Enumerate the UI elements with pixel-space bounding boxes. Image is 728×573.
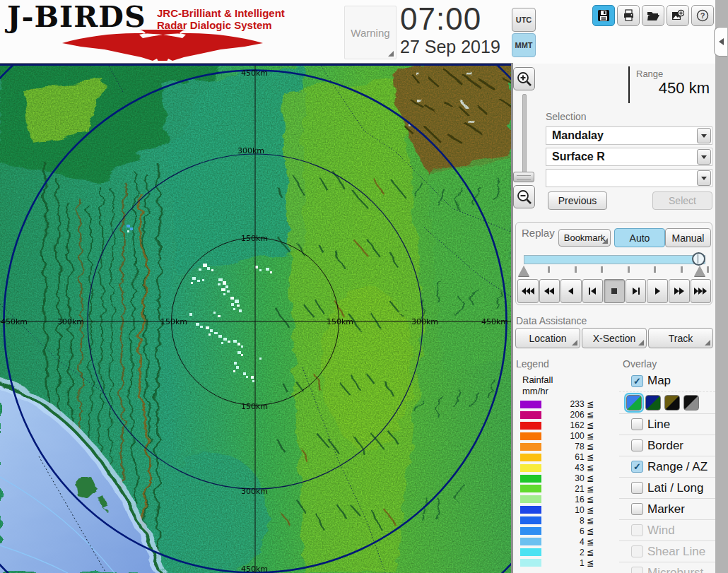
play-button[interactable]: [647, 279, 668, 303]
location-button[interactable]: Location: [515, 328, 580, 348]
timezone-utc-button[interactable]: UTC: [512, 8, 536, 32]
track-button[interactable]: Track: [648, 328, 713, 348]
dropdown-button[interactable]: [697, 149, 711, 165]
legend-row: 233 ≦: [520, 399, 594, 410]
shear-line-checkbox[interactable]: [631, 545, 643, 557]
timeline-start-marker[interactable]: [518, 266, 529, 276]
stop-button[interactable]: [604, 279, 625, 303]
radar-map-canvas[interactable]: 450km300km150km150km300km450km450km300km…: [0, 64, 511, 573]
print-icon: [622, 9, 635, 22]
border-checkbox[interactable]: [631, 439, 643, 451]
legend-threshold: 2 ≦: [541, 548, 594, 557]
svg-text:450km: 450km: [1, 317, 28, 326]
triple-left-icon: [521, 287, 535, 295]
marker-checkbox[interactable]: [631, 503, 643, 515]
single-right-icon: [650, 287, 664, 295]
overlay-options: ✓MapLineBorder✓Range / AZLati / LongMark…: [619, 370, 715, 573]
manual-mode-button[interactable]: Manual: [665, 228, 711, 247]
legend-threshold: 162 ≦: [541, 420, 594, 430]
overlay-item-range-az: ✓Range / AZ: [619, 456, 715, 477]
legend-color-swatch: [520, 475, 541, 483]
selection-dropdown-1[interactable]: Mandalay: [546, 126, 712, 145]
app-logo-tagline: JRC-Brilliant & Intelligent Radar Dialog…: [157, 7, 285, 31]
map-zoom-control: [513, 67, 536, 210]
legend-threshold: 6 ≦: [541, 526, 594, 536]
zoom-in-button[interactable]: [513, 67, 535, 90]
selection-dropdown-3[interactable]: [546, 169, 712, 187]
auto-mode-button[interactable]: Auto: [614, 228, 665, 247]
add-image-button[interactable]: [667, 5, 689, 26]
chevron-down-icon: [701, 134, 707, 138]
legend-color-swatch: [520, 506, 541, 514]
triple-right-icon: [693, 287, 708, 295]
eagle-logo-icon: [4, 28, 273, 61]
warning-button[interactable]: Warning: [344, 6, 397, 59]
selection-dropdown-2[interactable]: Surface R: [546, 148, 712, 166]
dropdown-button[interactable]: [697, 128, 711, 143]
playback-controls: [517, 279, 711, 303]
help-button[interactable]: ?: [691, 5, 714, 26]
collapse-panel-button[interactable]: [714, 27, 727, 57]
toolbar-separator: [0, 63, 513, 64]
play-reverse-button[interactable]: [560, 279, 582, 303]
map-style-row: [619, 391, 715, 413]
svg-text:300km: 300km: [237, 146, 264, 155]
lati-long-checkbox[interactable]: [631, 482, 643, 494]
zoom-slider-track[interactable]: [522, 94, 527, 182]
legend-row: 4 ≦: [520, 536, 594, 547]
open-folder-icon: [647, 9, 659, 22]
bookmark-button[interactable]: Bookmark: [558, 229, 611, 247]
line-checkbox[interactable]: [631, 418, 643, 430]
overlay-item-label: Range / AZ: [647, 460, 708, 474]
map-checkbox[interactable]: ✓: [631, 375, 643, 387]
radar-map[interactable]: 450km300km150km150km300km450km450km300km…: [0, 64, 511, 573]
overlay-item-label: Wind: [647, 524, 675, 538]
map-style-swatch-2[interactable]: [645, 395, 661, 410]
select-button[interactable]: Select: [652, 191, 712, 210]
timeline-end-marker[interactable]: [694, 266, 705, 276]
fast-rewind-button[interactable]: [517, 279, 539, 303]
step-to-start-button[interactable]: [582, 279, 604, 303]
fast-forward-button[interactable]: [669, 279, 690, 303]
timezone-mmt-button[interactable]: MMT: [512, 33, 536, 57]
overlay-item-label: Lati / Long: [647, 481, 703, 495]
timezone-toggle: UTCMMT: [512, 8, 536, 59]
legend-color-swatch: [520, 432, 541, 440]
open-folder-button[interactable]: [642, 5, 664, 26]
fastest-forward-button[interactable]: [691, 279, 712, 303]
print-button[interactable]: [617, 5, 640, 26]
chevron-down-icon: [701, 155, 707, 159]
range-az-checkbox[interactable]: ✓: [631, 461, 643, 473]
replay-timeline-handle[interactable]: [692, 252, 705, 266]
rewind-button[interactable]: [539, 279, 560, 303]
timeline-tick: [601, 266, 603, 273]
clock-time: 07:00: [400, 1, 481, 37]
overlay-item-wind: Wind: [619, 519, 715, 540]
chevron-down-icon: [701, 177, 707, 180]
previous-button[interactable]: Previous: [548, 191, 607, 210]
replay-label: Replay: [522, 227, 555, 239]
overlay-item-lati-long: Lati / Long: [619, 477, 715, 498]
legend-threshold: 10 ≦: [541, 505, 594, 515]
wind-checkbox[interactable]: [631, 524, 643, 536]
zoom-slider-thumb[interactable]: [513, 172, 534, 182]
overlay-item-line: Line: [619, 413, 715, 435]
microburst-checkbox[interactable]: [631, 567, 643, 573]
bar-left-icon: [585, 287, 599, 295]
dropdown-button[interactable]: [697, 170, 711, 186]
step-to-end-button[interactable]: [626, 279, 647, 303]
x-section-button[interactable]: X-Section: [582, 328, 647, 348]
replay-timeline-track[interactable]: [524, 255, 705, 264]
overlay-item-border: Border: [619, 435, 715, 456]
map-style-swatch-4[interactable]: [683, 395, 699, 410]
legend-row: 78 ≦: [520, 442, 594, 452]
save-button[interactable]: [592, 5, 615, 26]
legend-threshold: 16 ≦: [541, 495, 594, 504]
dropdown-value: Surface R: [552, 150, 605, 163]
double-right-icon: [672, 287, 686, 295]
zoom-out-button[interactable]: [513, 185, 535, 208]
map-style-swatch-1[interactable]: [626, 395, 642, 410]
button-label: X-Section: [593, 333, 636, 344]
range-value: 450 km: [625, 79, 710, 98]
map-style-swatch-3[interactable]: [664, 395, 680, 410]
